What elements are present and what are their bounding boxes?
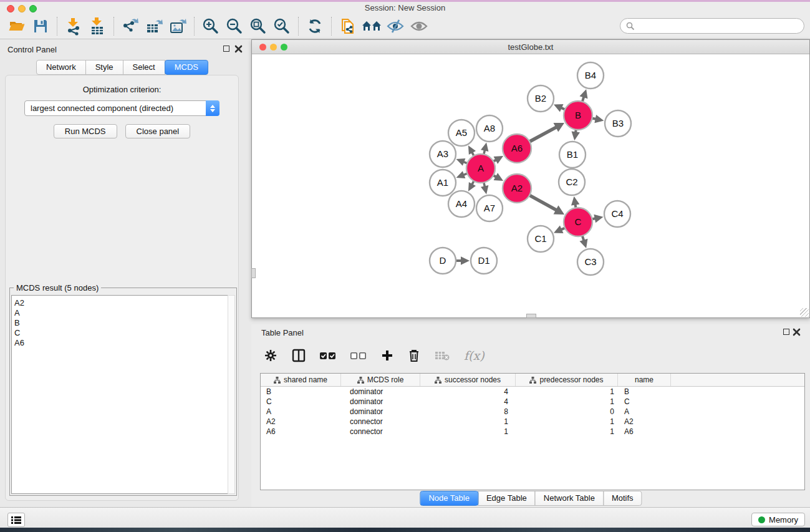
network-minimize-icon[interactable] [270,44,277,51]
column-header-predecessor-nodes[interactable]: predecessor nodes [516,374,618,386]
table-settings-gear-icon[interactable] [264,346,277,365]
tab-style[interactable]: Style [85,60,123,75]
graph-node-label: B1 [567,149,578,160]
table-row[interactable]: Adominator80A [261,407,804,417]
table-cell[interactable]: A6 [261,427,341,436]
table-cell[interactable]: connector [341,417,420,426]
table-cell[interactable]: B [618,387,671,396]
tab-network[interactable]: Network [36,60,86,75]
table-cell[interactable]: 1 [516,397,618,406]
table-row[interactable]: A6connector11A6 [261,427,804,437]
splitter-handle-icon[interactable] [526,314,536,318]
resize-grip-icon[interactable] [800,308,809,317]
network-maximize-icon[interactable] [281,44,287,51]
export-table-icon[interactable] [142,16,166,37]
network-graph[interactable]: B4B2BB3A5A8A6B1A3AA1C2A2A4A7C4CC1C3DD1 [252,55,809,318]
close-panel-button[interactable]: Close panel [125,124,191,138]
table-cell[interactable]: connector [341,427,420,436]
table-cell[interactable]: A2 [618,417,671,426]
table-cell[interactable]: A [261,407,341,416]
tab-motifs[interactable]: Motifs [603,491,642,506]
table-cell[interactable]: 1 [420,427,516,436]
task-history-button[interactable] [7,513,25,527]
zoom-fit-icon[interactable] [246,16,270,37]
table-cell[interactable]: dominator [341,397,420,406]
tab-node-table[interactable]: Node Table [420,491,478,506]
network-close-icon[interactable] [259,44,266,51]
float-panel-icon[interactable] [223,46,229,52]
criterion-select[interactable]: largest connected component (directed) [24,100,219,116]
deselect-all-icon[interactable] [350,346,367,365]
select-stepper-icon[interactable] [206,100,219,116]
import-table-icon[interactable] [85,16,109,37]
graph-edge[interactable] [528,195,557,210]
delete-column-icon[interactable] [408,346,420,365]
table-cell[interactable]: C [261,397,341,406]
table-toolbar: f(x) [264,343,485,368]
table-row[interactable]: Bdominator41B [261,387,804,397]
zoom-selected-icon[interactable] [270,16,294,37]
result-list-item[interactable]: B [14,318,228,328]
table-cell[interactable]: 1 [516,427,618,436]
close-panel-icon[interactable] [234,44,243,53]
tab-network-table[interactable]: Network Table [535,491,604,506]
zoom-out-icon[interactable] [223,16,246,37]
zoom-in-icon[interactable] [199,16,223,37]
search-input[interactable] [620,18,804,34]
tab-edge-table[interactable]: Edge Table [478,491,536,506]
splitter-handle-icon[interactable] [251,268,256,278]
result-list-item[interactable]: A2 [14,298,228,308]
column-header-name[interactable]: name [618,374,671,386]
table-cell[interactable]: 4 [420,397,516,406]
column-header-mcds-role[interactable]: MCDS role [341,374,420,386]
function-builder-button[interactable]: f(x) [464,346,485,365]
graph-node-label: A [478,163,484,173]
table-cell[interactable]: dominator [341,387,420,396]
column-header-shared-name[interactable]: shared name [261,374,341,386]
eye-icon[interactable] [407,16,431,37]
tab-select[interactable]: Select [123,60,165,75]
table-cell[interactable]: 1 [420,417,516,426]
memory-button[interactable]: Memory [751,513,805,526]
open-icon[interactable] [5,16,29,37]
table-cell[interactable]: A2 [261,417,341,426]
table-cell[interactable]: 8 [420,407,516,416]
table-cell[interactable]: 1 [516,387,618,396]
save-icon[interactable] [29,16,52,37]
graph-edge[interactable] [528,127,557,142]
table-cell[interactable]: A [618,407,671,416]
table-cell[interactable]: A6 [618,427,671,436]
result-list-item[interactable]: C [14,328,228,338]
table-cell[interactable]: C [618,397,671,406]
result-list-item[interactable]: A [14,308,228,318]
houses-icon[interactable] [360,16,383,37]
add-column-icon[interactable] [381,346,393,365]
refresh-icon[interactable] [303,16,327,37]
eye-slash-icon[interactable] [383,16,407,37]
table-cell[interactable]: 0 [516,407,618,416]
graph-node-label: A7 [484,203,495,213]
table-cell[interactable]: dominator [341,407,420,416]
delete-table-icon[interactable] [435,346,450,365]
column-layout-icon[interactable] [292,346,306,365]
export-network-icon[interactable] [118,16,142,37]
table-row[interactable]: A2connector11A2 [261,417,804,427]
mcds-result-list[interactable]: A2ABCA6 [11,295,228,494]
result-list-item[interactable]: A6 [14,338,228,348]
table-cell[interactable]: 1 [516,417,618,426]
column-header-successor-nodes[interactable]: successor nodes [420,374,516,386]
table-row[interactable]: Cdominator41C [261,397,804,407]
network-window-titlebar[interactable]: testGlobe.txt [252,40,809,54]
table-cell[interactable]: B [261,387,341,396]
export-image-icon[interactable] [166,16,190,37]
import-network-icon[interactable] [62,16,85,37]
close-panel-icon[interactable] [793,327,801,336]
float-panel-icon[interactable] [783,329,789,335]
documents-share-icon[interactable] [336,16,360,37]
run-mcds-button[interactable]: Run MCDS [54,124,117,138]
table-cell[interactable]: 4 [420,387,516,396]
network-canvas[interactable]: B4B2BB3A5A8A6B1A3AA1C2A2A4A7C4CC1C3DD1 [252,55,809,317]
select-all-icon[interactable] [320,346,336,365]
tab-mcds[interactable]: MCDS [165,60,208,75]
result-scrollbar[interactable] [228,295,235,494]
